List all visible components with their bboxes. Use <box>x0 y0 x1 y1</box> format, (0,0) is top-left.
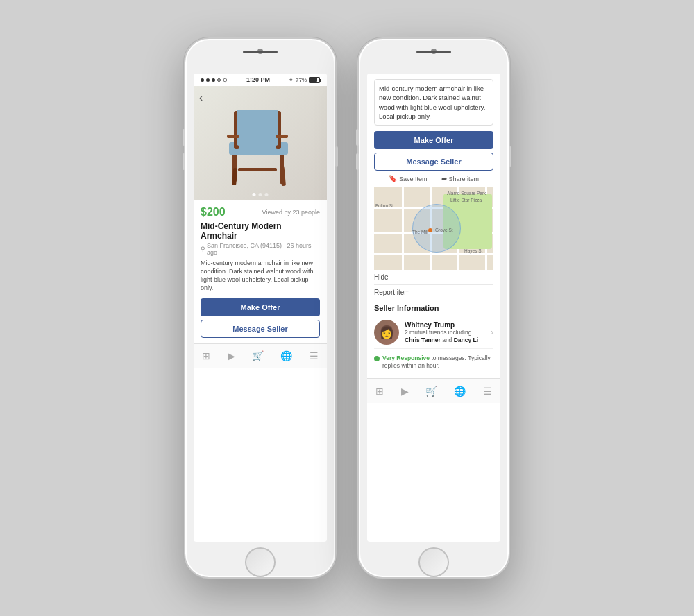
product-description-box: Mid-century modern armchair in like new … <box>374 79 493 126</box>
bottom-nav-2: ⊞ ▶ 🛒 🌐 ☰ <box>367 378 500 403</box>
share-icon: ➦ <box>441 175 447 182</box>
svg-rect-10 <box>238 168 277 171</box>
volume-down-button[interactable] <box>183 153 185 170</box>
dot-1 <box>253 193 256 196</box>
product-title: Mid-Century Modern Armchair <box>201 221 320 241</box>
svg-rect-8 <box>227 135 239 138</box>
product-info: $200 Viewed by 23 people Mid-Century Mod… <box>194 200 327 343</box>
location-text: San Francisco, CA (94115) · 26 hours ago <box>207 242 320 256</box>
product-location: ⚲ San Francisco, CA (94115) · 26 hours a… <box>201 242 320 256</box>
product-price: $200 <box>201 206 226 219</box>
report-item-button[interactable]: Report item <box>374 285 493 300</box>
image-dots <box>253 193 269 196</box>
make-offer-button-2[interactable]: Make Offer <box>374 131 493 149</box>
clock: 1:20 PM <box>246 76 270 83</box>
seller-friends: 2 mutual friends including Chris Tanner … <box>405 329 485 344</box>
status-bar-1: ⊖ 1:20 PM ⚭ 77% <box>194 74 327 86</box>
phone-1: ⊖ 1:20 PM ⚭ 77% ‹ <box>184 37 337 579</box>
seller-name: Whitney Trump <box>405 321 485 329</box>
bluetooth-icon: ⚭ <box>289 77 294 83</box>
nav-video-icon[interactable]: ▶ <box>228 350 235 361</box>
location-pin-icon: ⚲ <box>201 246 205 253</box>
message-seller-button[interactable]: Message Seller <box>201 320 320 338</box>
signal-dot-1 <box>201 78 204 82</box>
power-button[interactable] <box>335 146 338 167</box>
seller-info-title: Seller Information <box>374 304 493 312</box>
svg-rect-9 <box>276 135 288 138</box>
save-item-button[interactable]: 🔖 Save Item <box>389 175 428 182</box>
map-label-fulton: Fulton St <box>375 203 393 208</box>
battery-percent: 77% <box>296 77 307 83</box>
product-description: Mid-century modern armchair in like new … <box>201 259 320 293</box>
phone-2-screen: Mid-century modern armchair in like new … <box>367 74 500 542</box>
home-button-1[interactable] <box>245 547 276 577</box>
friend-2: Dancy Li <box>454 336 478 343</box>
dot-3 <box>265 193 269 196</box>
back-arrow-icon[interactable]: ‹ <box>199 92 203 104</box>
map-label-littlestar: Little Star Pizza <box>450 198 482 203</box>
share-item-button[interactable]: ➦ Share item <box>441 175 480 182</box>
home-button-2[interactable] <box>418 547 449 577</box>
nav-menu-icon-2[interactable]: ☰ <box>483 386 492 397</box>
nav-news-icon-2[interactable]: ⊞ <box>375 386 384 397</box>
nav-menu-icon[interactable]: ☰ <box>310 350 319 361</box>
nav-video-icon-2[interactable]: ▶ <box>401 386 409 397</box>
svg-rect-7 <box>237 110 278 146</box>
seller-avatar-face: 👩 <box>379 325 394 340</box>
wifi-icon: ⊖ <box>223 77 228 83</box>
status-right-1: ⚭ 77% <box>289 77 320 83</box>
product-image: ‹ <box>194 86 327 200</box>
battery-fill <box>310 78 317 82</box>
map-label-alamo: Alamo Square Park <box>447 191 486 196</box>
nav-globe-icon[interactable]: 🌐 <box>280 350 292 361</box>
volume-down-button-2[interactable] <box>356 153 359 170</box>
nav-marketplace-icon[interactable]: 🛒 <box>252 350 264 361</box>
battery-icon <box>309 77 320 83</box>
signal-dot-4 <box>217 78 221 82</box>
seller-details: Whitney Trump 2 mutual friends including… <box>405 321 485 344</box>
viewed-count: Viewed by 23 people <box>262 209 320 216</box>
chair-svg <box>219 99 302 189</box>
status-left-1: ⊖ <box>201 77 228 83</box>
hide-button[interactable]: Hide <box>374 270 493 285</box>
chair-image <box>194 86 327 200</box>
bookmark-icon: 🔖 <box>389 175 397 182</box>
volume-up-button[interactable] <box>183 129 185 146</box>
phone-2: Mid-century modern armchair in like new … <box>357 37 510 579</box>
seller-row[interactable]: 👩 Whitney Trump 2 mutual friends includi… <box>374 316 493 349</box>
responsive-row: Very Responsive to messages. Typically r… <box>374 352 493 373</box>
map-container: Fulton St Grove St Hayes St The Mill Ala… <box>374 187 493 270</box>
green-dot-icon <box>374 356 380 361</box>
save-share-row: 🔖 Save Item ➦ Share item <box>374 175 493 182</box>
map-label-hayes: Hayes St <box>464 248 482 253</box>
save-label: Save Item <box>399 176 428 182</box>
phone-1-screen: ⊖ 1:20 PM ⚭ 77% ‹ <box>194 74 327 542</box>
nav-marketplace-icon-2[interactable]: 🛒 <box>425 386 437 397</box>
right-panel: Mid-century modern armchair in like new … <box>367 74 500 378</box>
map-street-broderick <box>402 187 404 270</box>
map-label-themill: The Mill <box>412 230 428 234</box>
friend-1: Chris Tanner <box>405 336 441 343</box>
signal-dot-2 <box>206 78 210 82</box>
volume-up-button-2[interactable] <box>356 129 359 146</box>
map-label-grove: Grove St <box>435 228 453 232</box>
make-offer-button[interactable]: Make Offer <box>201 298 320 316</box>
signal-dot-3 <box>212 78 215 82</box>
price-row: $200 Viewed by 23 people <box>201 206 320 219</box>
seller-avatar: 👩 <box>374 320 399 345</box>
nav-news-icon[interactable]: ⊞ <box>202 350 210 361</box>
nav-globe-icon-2[interactable]: 🌐 <box>454 386 466 397</box>
map-grid: Fulton St Grove St Hayes St The Mill Ala… <box>374 187 493 270</box>
responsive-label: Very Responsive <box>382 354 430 361</box>
power-button-2[interactable] <box>509 146 511 167</box>
bottom-nav-1: ⊞ ▶ 🛒 🌐 ☰ <box>194 343 327 368</box>
share-label: Share item <box>449 176 480 182</box>
seller-chevron-icon: › <box>491 327 493 337</box>
dot-2 <box>259 193 262 196</box>
phones-container: ⊖ 1:20 PM ⚭ 77% ‹ <box>184 37 510 579</box>
message-seller-button-2[interactable]: Message Seller <box>374 153 493 171</box>
responsive-text: Very Responsive to messages. Typically r… <box>382 354 493 370</box>
